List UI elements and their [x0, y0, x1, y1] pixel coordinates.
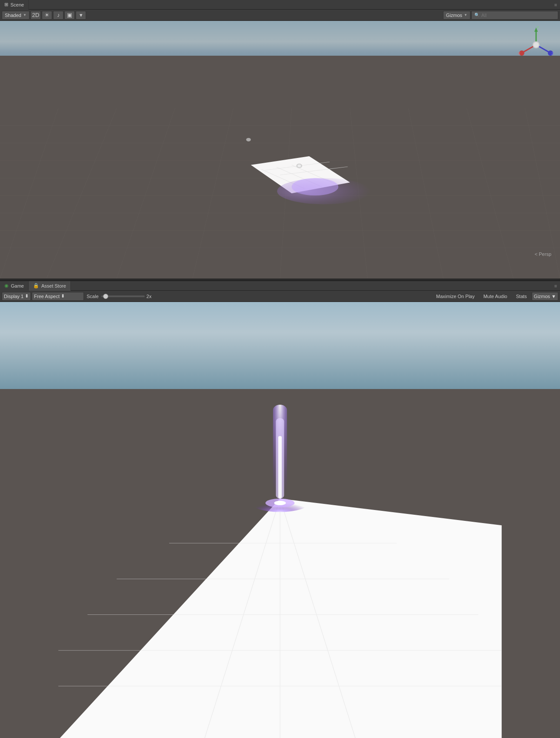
svg-text:X: X — [518, 51, 520, 56]
scale-text-label: Scale — [87, 294, 99, 299]
mute-audio-button[interactable]: Mute Audio — [480, 292, 511, 301]
svg-point-25 — [292, 178, 338, 195]
scale-control: Scale 2x — [87, 294, 151, 299]
shading-arrow: ▼ — [23, 13, 27, 17]
game-gizmos-arrow: ▼ — [551, 294, 556, 299]
scene-panel: ⊞ Scene ≡ Shaded ▼ 2D ☀ ♪ ▣ ▾ Gizmos ▼ — [0, 0, 560, 278]
game-tab[interactable]: ◉ Game — [0, 281, 29, 291]
scale-value: 2x — [147, 294, 152, 299]
display-dropdown[interactable]: Display 1 ⬍ — [2, 292, 31, 301]
svg-point-39 — [533, 42, 539, 47]
aspect-arrow: ⬍ — [61, 293, 65, 299]
display-label: Display 1 — [4, 294, 23, 299]
maximize-label: Maximize On Play — [436, 294, 475, 299]
search-icon: 🔍 — [474, 13, 480, 17]
aspect-dropdown[interactable]: Free Aspect ⬍ — [32, 292, 84, 301]
svg-point-56 — [274, 501, 286, 505]
scene-tab-icon: ⊞ — [4, 2, 8, 7]
mute-label: Mute Audio — [483, 294, 507, 299]
more-icon: ▾ — [80, 12, 83, 18]
gizmos-dropdown[interactable]: Gizmos ▼ — [443, 11, 470, 20]
persp-label: < Persp — [535, 252, 551, 257]
scale-slider[interactable] — [101, 295, 145, 297]
scene-search-box[interactable]: 🔍 — [471, 11, 558, 20]
scale-slider-thumb — [103, 294, 108, 299]
svg-text:Y: Y — [537, 25, 539, 30]
gizmo-svg: Y X Z — [517, 25, 556, 64]
game-gizmos-label: Gizmos — [534, 294, 550, 299]
scene-viewport[interactable]: Y X Z < Persp — [0, 21, 560, 278]
gizmos-label: Gizmos — [446, 13, 462, 18]
scene-tab-label: Scene — [10, 2, 24, 7]
svg-point-27 — [297, 164, 301, 167]
game-toolbar: Display 1 ⬍ Free Aspect ⬍ Scale 2x Maxim… — [0, 291, 560, 302]
2d-button[interactable]: 2D — [30, 11, 41, 20]
svg-text:Z: Z — [551, 51, 554, 56]
game-panel-menu-icon[interactable]: ≡ — [551, 281, 560, 291]
gizmos-arrow: ▼ — [464, 13, 467, 17]
light-button[interactable]: ☀ — [42, 11, 52, 20]
stats-label: Stats — [516, 294, 527, 299]
light-icon: ☀ — [44, 12, 50, 18]
game-gizmos-dropdown[interactable]: Gizmos ▼ — [532, 292, 558, 301]
game-tab-label: Game — [11, 283, 24, 288]
svg-point-28 — [246, 138, 251, 141]
asset-store-icon: 🔒 — [33, 283, 39, 288]
aspect-label: Free Aspect — [34, 294, 60, 299]
sound-icon: ♪ — [57, 12, 60, 18]
game-viewport[interactable] — [0, 302, 560, 738]
game-content-svg — [0, 302, 560, 738]
image-button[interactable]: ▣ — [64, 11, 75, 20]
maximize-on-play-button[interactable]: Maximize On Play — [432, 292, 479, 301]
image-icon: ▣ — [67, 12, 72, 18]
2d-label: 2D — [32, 12, 40, 18]
scene-search-input[interactable] — [481, 13, 547, 18]
scene-toolbar: Shaded ▼ 2D ☀ ♪ ▣ ▾ Gizmos ▼ 🔍 — [0, 10, 560, 21]
shading-dropdown[interactable]: Shaded ▼ — [2, 11, 30, 20]
game-panel: ◉ Game 🔒 Asset Store ≡ Display 1 ⬍ Free … — [0, 280, 560, 738]
asset-store-label: Asset Store — [41, 283, 66, 288]
gizmo-widget[interactable]: Y X Z — [517, 25, 556, 64]
game-tab-icon: ◉ — [4, 283, 9, 288]
scene-tab-bar: ⊞ Scene ≡ — [0, 0, 560, 10]
shading-label: Shaded — [5, 13, 21, 18]
asset-store-tab[interactable]: 🔒 Asset Store — [29, 281, 71, 291]
more-button[interactable]: ▾ — [76, 11, 86, 20]
svg-rect-53 — [278, 436, 282, 499]
sound-button[interactable]: ♪ — [53, 11, 63, 20]
stats-button[interactable]: Stats — [512, 292, 531, 301]
scene-panel-menu-icon[interactable]: ≡ — [551, 0, 560, 10]
scene-content-svg — [0, 21, 560, 278]
scene-tab[interactable]: ⊞ Scene — [0, 0, 29, 10]
display-arrow: ⬍ — [25, 293, 29, 299]
game-toolbar-right: Maximize On Play Mute Audio Stats Gizmos… — [432, 292, 558, 301]
game-tab-bar: ◉ Game 🔒 Asset Store ≡ — [0, 281, 560, 291]
